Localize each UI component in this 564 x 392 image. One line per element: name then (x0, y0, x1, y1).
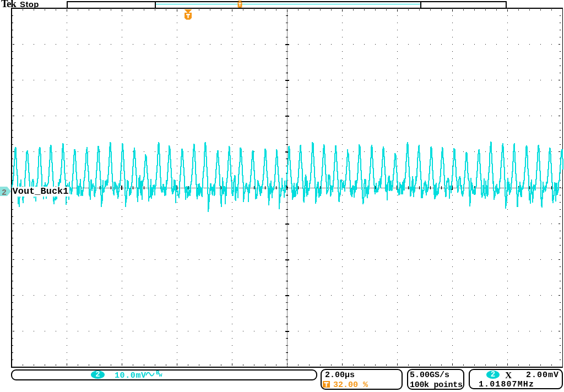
svg-text:2: 2 (2, 188, 7, 198)
